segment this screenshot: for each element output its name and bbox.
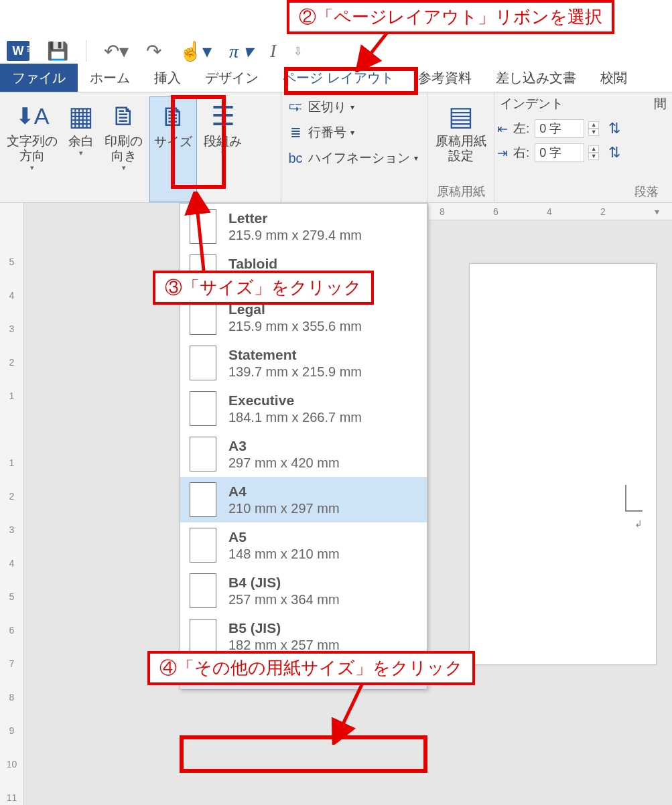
ruler-tick: 4 [536, 206, 563, 217]
ruler-tick: 2 [590, 206, 616, 217]
document-page: ↲ [469, 263, 657, 665]
annotation-step2: ②「ページレイアウト」リボンを選択 [287, 0, 614, 34]
breaks-button[interactable]: ⮓ 区切り▾ [284, 96, 424, 118]
columns-button[interactable]: ☰ 段組み [200, 96, 246, 202]
size-option-statement[interactable]: Statement139.7 mm x 215.9 mm [180, 340, 427, 386]
paragraph-group-label: 段落 [494, 182, 672, 202]
size-option-a5[interactable]: A5148 mm x 210 mm [180, 522, 427, 568]
save-icon[interactable]: 💾 [47, 41, 68, 62]
size-option-name: Letter [228, 210, 362, 226]
horizontal-ruler: 8642▾ [429, 203, 672, 220]
ruler-tick: 4 [0, 290, 23, 301]
annotation-step4: ④「その他の用紙サイズ」をクリック [147, 651, 475, 685]
indent-left-spinner[interactable]: ▲▼ [588, 121, 599, 136]
ruler-tick: 5 [0, 591, 23, 602]
size-icon: 🗎 [160, 100, 187, 133]
ribbon-tabs: ファイル ホーム 挿入 デザイン ページ レイアウト 参考資料 差し込み文書 校… [0, 67, 672, 92]
undo-icon[interactable]: ↶▾ [104, 40, 129, 62]
text-direction-button[interactable]: ⬇A 文字列の 方向 [3, 96, 62, 202]
orientation-label: 印刷の 向き [105, 134, 143, 163]
size-option-a4[interactable]: A4210 mm x 297 mm [180, 477, 427, 522]
page-thumb-icon [190, 482, 216, 517]
breaks-icon: ⮓ [287, 100, 304, 115]
size-option-name: Statement [228, 347, 362, 363]
orientation-button[interactable]: 🗎 印刷の 向き [100, 96, 147, 202]
hyphenation-label: ハイフネーション [308, 149, 410, 167]
italic-icon[interactable]: I [270, 40, 276, 62]
size-option-letter[interactable]: Letter215.9 mm x 279.4 mm [180, 204, 427, 249]
equation-icon[interactable]: π ▾ [229, 40, 253, 62]
size-option-name: A3 [228, 438, 340, 454]
size-option-name: A5 [228, 529, 340, 545]
divider [86, 40, 86, 62]
size-option-name: Executive [228, 392, 362, 409]
size-option-executive[interactable]: Executive184.1 mm x 266.7 mm [180, 386, 427, 431]
hyphenation-button[interactable]: bc ハイフネーション▾ [284, 147, 424, 169]
columns-icon: ☰ [211, 99, 235, 133]
ruler-tick: 2 [0, 491, 23, 502]
tab-mailings[interactable]: 差し込み文書 [484, 64, 588, 92]
page-thumb-icon [190, 573, 216, 608]
ruler-tick: 5 [0, 257, 23, 267]
redo-icon[interactable]: ↷ [146, 40, 161, 62]
size-option-name: B4 (JIS) [228, 575, 340, 591]
indent-right-icon: ⇥ [497, 145, 508, 161]
page-thumb-icon [190, 437, 216, 471]
size-option-dimensions: 297 mm x 420 mm [228, 455, 340, 471]
size-option-dimensions: 215.9 mm x 355.6 mm [228, 319, 362, 334]
tab-design[interactable]: デザイン [193, 64, 271, 92]
tab-review[interactable]: 校閲 [588, 64, 639, 92]
size-option-b4-jis-[interactable]: B4 (JIS)257 mm x 364 mm [180, 568, 427, 613]
margins-button[interactable]: ▦ 余白 [64, 96, 98, 202]
crop-mark-icon [625, 485, 643, 512]
ruler-tick: 10 [0, 759, 23, 770]
size-option-name: Tabloid [228, 256, 362, 272]
spacing-before-icon: ⇅ [608, 120, 620, 137]
page-thumb-icon [190, 346, 216, 380]
ribbon: ⬇A 文字列の 方向 ▦ 余白 🗎 印刷の 向き 🗎 サイズ ☰ 段組み [0, 92, 672, 203]
ruler-tick: 1 [0, 457, 23, 468]
size-option-name: B5 (JIS) [228, 620, 340, 636]
indent-right-value[interactable]: 0 字 [535, 143, 584, 162]
ruler-tick: 8 [0, 692, 23, 703]
cursor-icon: ↲ [634, 518, 643, 529]
tab-home[interactable]: ホーム [78, 64, 142, 92]
indent-marker-icon[interactable]: ▾ [643, 206, 670, 217]
page-thumb-icon [190, 300, 216, 335]
ruler-tick: 7 [0, 658, 23, 669]
ruler-tick: 6 [0, 625, 23, 636]
page-thumb-icon [190, 209, 216, 244]
ruler-tick: 2 [0, 357, 23, 368]
size-option-dimensions: 139.7 mm x 215.9 mm [228, 364, 362, 380]
indent-title: インデント [494, 92, 569, 115]
qat-overflow-icon[interactable]: ⇩ [293, 45, 302, 58]
tab-references[interactable]: 参考資料 [406, 64, 484, 92]
indent-right-label: 右: [513, 144, 529, 161]
ruler-tick: 4 [0, 558, 23, 569]
size-option-dimensions: 184.1 mm x 266.7 mm [228, 410, 362, 425]
manuscript-icon: ▤ [448, 99, 474, 133]
indent-left-value[interactable]: 0 字 [535, 119, 584, 138]
manuscript-button[interactable]: ▤ 原稿用紙 設定 [431, 96, 490, 182]
tab-page-layout[interactable]: ページ レイアウト [271, 64, 406, 92]
quick-access-toolbar: W 💾 ↶▾ ↷ ☝▾ π ▾ I ⇩ [0, 31, 672, 67]
touch-mode-icon[interactable]: ☝▾ [179, 40, 212, 62]
line-numbers-button[interactable]: ≣ 行番号▾ [284, 122, 424, 143]
ruler-tick: 9 [0, 725, 23, 736]
margins-icon: ▦ [68, 99, 94, 133]
tab-insert[interactable]: 挿入 [142, 64, 193, 92]
line-numbers-icon: ≣ [287, 125, 304, 141]
ruler-tick: 8 [429, 206, 456, 217]
size-button[interactable]: 🗎 サイズ [149, 96, 197, 202]
indent-right-spinner[interactable]: ▲▼ [588, 145, 599, 160]
size-option-a3[interactable]: A3297 mm x 420 mm [180, 431, 427, 477]
manuscript-label: 原稿用紙 設定 [435, 134, 486, 163]
indent-left-label: 左: [513, 120, 529, 137]
line-numbers-label: 行番号 [308, 124, 346, 141]
tab-file[interactable]: ファイル [0, 64, 78, 92]
size-option-dimensions: 215.9 mm x 279.4 mm [228, 228, 362, 243]
ruler-tick: 6 [482, 206, 509, 217]
vertical-ruler: 543211234567891011 [0, 203, 24, 805]
word-logo-icon: W [7, 41, 29, 61]
spacing-title: 間 [649, 92, 672, 115]
